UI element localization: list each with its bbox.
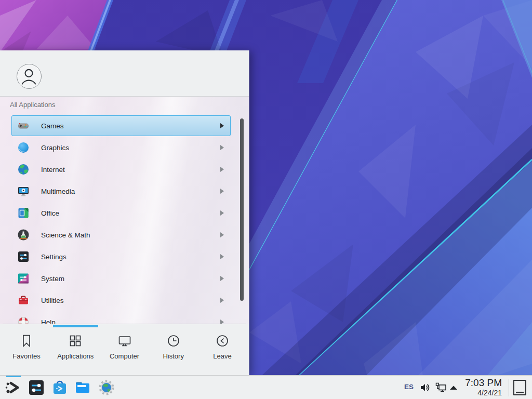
- expand-tray-icon[interactable]: [449, 385, 458, 390]
- system-sliders-icon: [17, 272, 30, 285]
- category-item-multimedia[interactable]: Multimedia: [11, 181, 231, 202]
- tab-label: Applications: [57, 352, 94, 360]
- keyboard-layout-indicator[interactable]: ES: [404, 383, 414, 391]
- bookmark-icon: [19, 334, 34, 348]
- gamepad-icon: [17, 119, 30, 132]
- globe-icon: [17, 163, 30, 176]
- section-label: All Applications: [10, 101, 55, 109]
- submenu-arrow-icon: [220, 189, 224, 194]
- office-document-icon: [17, 207, 30, 219]
- tab-computer[interactable]: Computer: [100, 328, 149, 375]
- submenu-arrow-icon: [220, 320, 224, 324]
- app-launcher-icon[interactable]: [4, 379, 21, 396]
- launcher-tab-bar: Favorites Applications C: [0, 328, 249, 375]
- application-launcher-menu: Raphael Hertzog All Applications: [0, 50, 249, 375]
- category-label: Science & Math: [41, 231, 90, 239]
- launcher-header: Raphael Hertzog: [0, 50, 249, 96]
- submenu-arrow-icon: [220, 210, 224, 216]
- category-item-office[interactable]: Office: [11, 203, 231, 223]
- sphere-icon: [17, 141, 30, 154]
- category-item-science-math[interactable]: Science & Math: [11, 224, 231, 245]
- category-label: Settings: [41, 253, 66, 261]
- tab-label: Favorites: [12, 352, 40, 360]
- settings-sliders-icon: [17, 250, 30, 263]
- lifebuoy-icon: [17, 316, 30, 324]
- category-item-system[interactable]: System: [11, 268, 231, 289]
- category-label: Utilities: [41, 297, 64, 304]
- leave-icon: [215, 334, 230, 348]
- submenu-arrow-icon: [220, 276, 224, 281]
- category-item-utilities[interactable]: Utilities: [11, 290, 231, 311]
- clock-date: 4/24/21: [465, 389, 502, 397]
- category-label: Help: [41, 318, 56, 324]
- taskbar: ES 7:03 PM 4/24/21: [0, 375, 532, 399]
- category-label: Multimedia: [41, 188, 75, 195]
- show-desktop-bar: [516, 392, 524, 393]
- submenu-arrow-icon: [220, 232, 224, 237]
- category-item-help[interactable]: Help: [11, 312, 231, 324]
- desktop: Raphael Hertzog All Applications: [0, 0, 532, 399]
- submenu-arrow-icon: [220, 254, 224, 259]
- history-clock-icon: [166, 334, 181, 348]
- tab-favorites[interactable]: Favorites: [2, 328, 51, 375]
- category-item-graphics[interactable]: Graphics: [11, 137, 231, 158]
- system-settings-icon[interactable]: [28, 379, 45, 396]
- file-manager-icon[interactable]: [74, 379, 91, 396]
- computer-icon: [117, 334, 132, 348]
- category-label: Graphics: [41, 144, 69, 152]
- category-item-games[interactable]: Games: [11, 115, 231, 136]
- submenu-arrow-icon: [220, 298, 224, 303]
- app-grid-icon: [68, 334, 83, 348]
- submenu-arrow-icon: [220, 145, 224, 150]
- submenu-arrow-icon: [220, 123, 224, 128]
- category-label: Office: [41, 209, 59, 217]
- digital-clock[interactable]: 7:03 PM 4/24/21: [465, 377, 502, 397]
- category-label: System: [41, 275, 64, 283]
- active-tab-indicator: [53, 325, 98, 327]
- category-label: Games: [41, 122, 64, 130]
- tab-label: History: [163, 352, 183, 360]
- category-label: Internet: [41, 166, 65, 174]
- tab-history[interactable]: History: [149, 328, 198, 375]
- category-item-settings[interactable]: Settings: [11, 246, 231, 267]
- network-icon[interactable]: [435, 382, 447, 393]
- category-item-internet[interactable]: Internet: [11, 159, 231, 180]
- tab-leave[interactable]: Leave: [198, 328, 247, 375]
- flask-icon: [17, 229, 30, 241]
- tab-label: Leave: [213, 352, 231, 360]
- show-desktop-button[interactable]: [513, 380, 526, 395]
- volume-icon[interactable]: [420, 382, 430, 393]
- active-task-indicator: [6, 376, 21, 377]
- toolbox-icon: [17, 294, 30, 307]
- list-scrollbar[interactable]: [240, 118, 244, 301]
- submenu-arrow-icon: [220, 167, 224, 172]
- category-list: Games Graphics: [11, 115, 231, 324]
- web-browser-icon[interactable]: [98, 379, 115, 396]
- clock-time: 7:03 PM: [465, 377, 502, 389]
- monitor-play-icon: [17, 185, 30, 197]
- user-icon: [17, 64, 42, 89]
- tray-separator: [509, 379, 509, 396]
- discover-store-icon[interactable]: [51, 379, 68, 396]
- tab-applications[interactable]: Applications: [51, 328, 100, 375]
- tab-label: Computer: [110, 352, 139, 360]
- footer-divider: [3, 324, 246, 324]
